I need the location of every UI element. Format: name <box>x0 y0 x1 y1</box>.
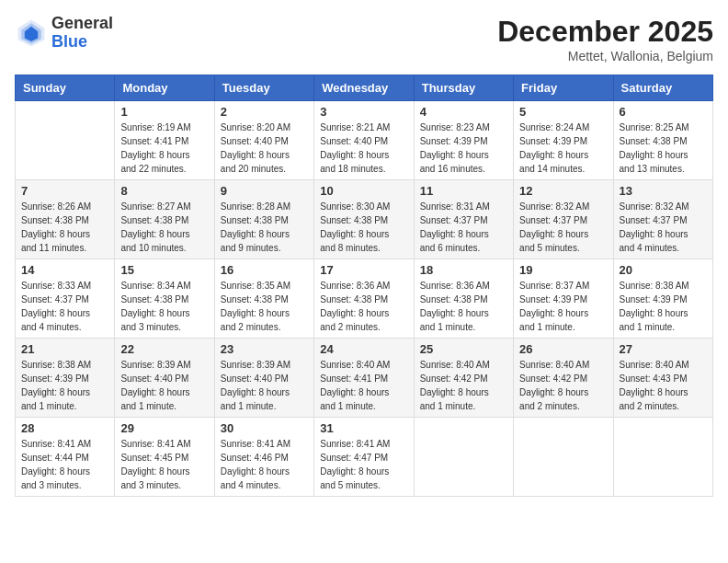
day-info: Sunrise: 8:27 AM Sunset: 4:38 PM Dayligh… <box>120 200 208 255</box>
calendar-cell: 2Sunrise: 8:20 AM Sunset: 4:40 PM Daylig… <box>214 101 313 180</box>
calendar-header-tuesday: Tuesday <box>214 75 313 101</box>
day-info: Sunrise: 8:41 AM Sunset: 4:46 PM Dayligh… <box>221 437 308 492</box>
title-block: December 2025 Mettet, Wallonia, Belgium <box>497 15 713 63</box>
day-number: 19 <box>519 263 607 277</box>
calendar-cell: 5Sunrise: 8:24 AM Sunset: 4:39 PM Daylig… <box>514 101 613 180</box>
calendar-cell: 9Sunrise: 8:28 AM Sunset: 4:38 PM Daylig… <box>214 180 313 259</box>
calendar-header-saturday: Saturday <box>613 75 712 101</box>
day-info: Sunrise: 8:32 AM Sunset: 4:37 PM Dayligh… <box>519 200 607 255</box>
day-number: 4 <box>420 105 507 119</box>
calendar-cell: 13Sunrise: 8:32 AM Sunset: 4:37 PM Dayli… <box>613 180 712 259</box>
calendar-cell: 15Sunrise: 8:34 AM Sunset: 4:38 PM Dayli… <box>115 259 214 339</box>
day-info: Sunrise: 8:34 AM Sunset: 4:38 PM Dayligh… <box>120 279 208 334</box>
calendar-cell: 31Sunrise: 8:41 AM Sunset: 4:47 PM Dayli… <box>314 418 414 497</box>
day-info: Sunrise: 8:36 AM Sunset: 4:38 PM Dayligh… <box>320 279 407 334</box>
day-info: Sunrise: 8:35 AM Sunset: 4:38 PM Dayligh… <box>221 279 308 334</box>
calendar-cell: 3Sunrise: 8:21 AM Sunset: 4:40 PM Daylig… <box>314 101 414 180</box>
day-info: Sunrise: 8:33 AM Sunset: 4:37 PM Dayligh… <box>21 279 108 334</box>
day-number: 3 <box>320 105 407 119</box>
day-info: Sunrise: 8:41 AM Sunset: 4:47 PM Dayligh… <box>320 437 407 492</box>
calendar-header-friday: Friday <box>514 75 613 101</box>
day-number: 2 <box>221 105 308 119</box>
calendar-cell: 27Sunrise: 8:40 AM Sunset: 4:43 PM Dayli… <box>613 339 712 418</box>
day-info: Sunrise: 8:41 AM Sunset: 4:44 PM Dayligh… <box>21 437 108 492</box>
day-number: 31 <box>320 421 407 435</box>
day-info: Sunrise: 8:21 AM Sunset: 4:40 PM Dayligh… <box>320 121 407 176</box>
day-number: 25 <box>420 342 507 356</box>
calendar-cell: 30Sunrise: 8:41 AM Sunset: 4:46 PM Dayli… <box>214 418 313 497</box>
day-number: 12 <box>519 184 607 198</box>
calendar-week-2: 7Sunrise: 8:26 AM Sunset: 4:38 PM Daylig… <box>16 180 713 259</box>
calendar-cell <box>16 101 115 180</box>
calendar-cell: 29Sunrise: 8:41 AM Sunset: 4:45 PM Dayli… <box>115 418 214 497</box>
location-subtitle: Mettet, Wallonia, Belgium <box>497 49 713 63</box>
day-number: 14 <box>21 263 108 277</box>
day-number: 9 <box>221 184 308 198</box>
calendar-header-row: SundayMondayTuesdayWednesdayThursdayFrid… <box>16 75 713 101</box>
calendar-cell: 24Sunrise: 8:40 AM Sunset: 4:41 PM Dayli… <box>314 339 414 418</box>
day-number: 18 <box>420 263 507 277</box>
calendar-cell: 21Sunrise: 8:38 AM Sunset: 4:39 PM Dayli… <box>16 339 115 418</box>
day-number: 24 <box>320 342 407 356</box>
logo-text: General Blue <box>51 15 113 52</box>
day-number: 11 <box>420 184 507 198</box>
day-number: 17 <box>320 263 407 277</box>
calendar-cell: 28Sunrise: 8:41 AM Sunset: 4:44 PM Dayli… <box>16 418 115 497</box>
day-number: 7 <box>21 184 108 198</box>
calendar-cell: 23Sunrise: 8:39 AM Sunset: 4:40 PM Dayli… <box>214 339 313 418</box>
day-info: Sunrise: 8:40 AM Sunset: 4:42 PM Dayligh… <box>420 358 507 413</box>
calendar-cell: 8Sunrise: 8:27 AM Sunset: 4:38 PM Daylig… <box>115 180 214 259</box>
calendar-cell: 25Sunrise: 8:40 AM Sunset: 4:42 PM Dayli… <box>414 339 513 418</box>
calendar-cell: 11Sunrise: 8:31 AM Sunset: 4:37 PM Dayli… <box>414 180 513 259</box>
day-number: 10 <box>320 184 407 198</box>
calendar-cell: 19Sunrise: 8:37 AM Sunset: 4:39 PM Dayli… <box>514 259 613 339</box>
day-info: Sunrise: 8:39 AM Sunset: 4:40 PM Dayligh… <box>221 358 308 413</box>
day-info: Sunrise: 8:19 AM Sunset: 4:41 PM Dayligh… <box>120 121 208 176</box>
day-number: 27 <box>620 342 707 356</box>
logo-blue: Blue <box>51 33 113 52</box>
calendar-cell: 1Sunrise: 8:19 AM Sunset: 4:41 PM Daylig… <box>115 101 214 180</box>
day-info: Sunrise: 8:36 AM Sunset: 4:38 PM Dayligh… <box>420 279 507 334</box>
logo: General Blue <box>15 15 113 52</box>
calendar-cell: 17Sunrise: 8:36 AM Sunset: 4:38 PM Dayli… <box>314 259 414 339</box>
logo-icon <box>15 17 48 50</box>
day-number: 15 <box>120 263 208 277</box>
calendar-cell: 4Sunrise: 8:23 AM Sunset: 4:39 PM Daylig… <box>414 101 513 180</box>
calendar-week-1: 1Sunrise: 8:19 AM Sunset: 4:41 PM Daylig… <box>16 101 713 180</box>
day-number: 21 <box>21 342 108 356</box>
calendar-week-4: 21Sunrise: 8:38 AM Sunset: 4:39 PM Dayli… <box>16 339 713 418</box>
calendar-cell: 14Sunrise: 8:33 AM Sunset: 4:37 PM Dayli… <box>16 259 115 339</box>
calendar-table: SundayMondayTuesdayWednesdayThursdayFrid… <box>15 75 713 497</box>
calendar-cell: 20Sunrise: 8:38 AM Sunset: 4:39 PM Dayli… <box>613 259 712 339</box>
day-info: Sunrise: 8:38 AM Sunset: 4:39 PM Dayligh… <box>21 358 108 413</box>
day-info: Sunrise: 8:39 AM Sunset: 4:40 PM Dayligh… <box>120 358 208 413</box>
calendar-cell <box>514 418 613 497</box>
calendar-cell <box>414 418 513 497</box>
day-info: Sunrise: 8:26 AM Sunset: 4:38 PM Dayligh… <box>21 200 108 255</box>
calendar-header-wednesday: Wednesday <box>314 75 414 101</box>
day-info: Sunrise: 8:40 AM Sunset: 4:42 PM Dayligh… <box>519 358 607 413</box>
day-number: 30 <box>221 421 308 435</box>
day-number: 8 <box>120 184 208 198</box>
day-info: Sunrise: 8:37 AM Sunset: 4:39 PM Dayligh… <box>519 279 607 334</box>
calendar-cell: 16Sunrise: 8:35 AM Sunset: 4:38 PM Dayli… <box>214 259 313 339</box>
calendar-week-3: 14Sunrise: 8:33 AM Sunset: 4:37 PM Dayli… <box>16 259 713 339</box>
day-info: Sunrise: 8:25 AM Sunset: 4:38 PM Dayligh… <box>620 121 707 176</box>
day-number: 29 <box>120 421 208 435</box>
day-info: Sunrise: 8:41 AM Sunset: 4:45 PM Dayligh… <box>120 437 208 492</box>
calendar-header-sunday: Sunday <box>16 75 115 101</box>
day-info: Sunrise: 8:24 AM Sunset: 4:39 PM Dayligh… <box>519 121 607 176</box>
calendar-cell: 6Sunrise: 8:25 AM Sunset: 4:38 PM Daylig… <box>613 101 712 180</box>
day-info: Sunrise: 8:40 AM Sunset: 4:41 PM Dayligh… <box>320 358 407 413</box>
calendar-cell: 18Sunrise: 8:36 AM Sunset: 4:38 PM Dayli… <box>414 259 513 339</box>
calendar-cell: 22Sunrise: 8:39 AM Sunset: 4:40 PM Dayli… <box>115 339 214 418</box>
day-info: Sunrise: 8:30 AM Sunset: 4:38 PM Dayligh… <box>320 200 407 255</box>
calendar-cell: 7Sunrise: 8:26 AM Sunset: 4:38 PM Daylig… <box>16 180 115 259</box>
calendar-header-monday: Monday <box>115 75 214 101</box>
calendar-cell: 26Sunrise: 8:40 AM Sunset: 4:42 PM Dayli… <box>514 339 613 418</box>
day-number: 1 <box>120 105 208 119</box>
day-number: 23 <box>221 342 308 356</box>
day-number: 13 <box>620 184 707 198</box>
day-info: Sunrise: 8:38 AM Sunset: 4:39 PM Dayligh… <box>620 279 707 334</box>
day-info: Sunrise: 8:31 AM Sunset: 4:37 PM Dayligh… <box>420 200 507 255</box>
